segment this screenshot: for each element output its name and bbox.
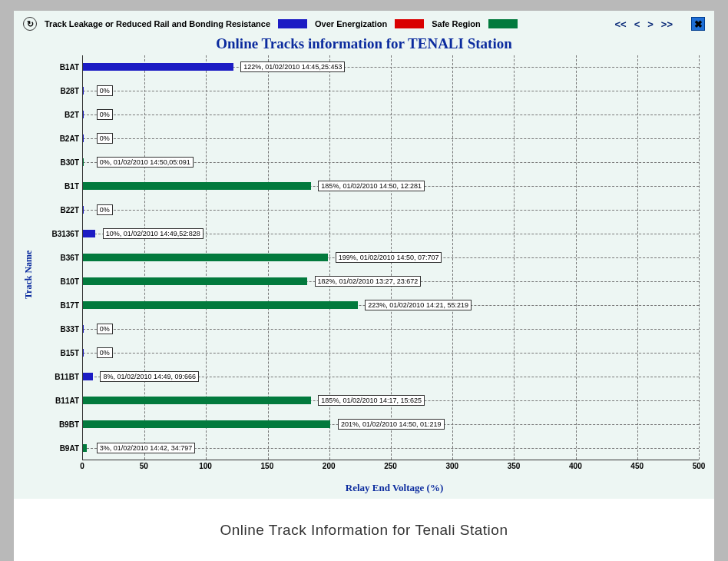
legend-over-label: Over Energization — [315, 19, 387, 28]
data-bar[interactable] — [83, 397, 311, 404]
data-label: 0% — [97, 85, 113, 96]
x-tick: 300 — [445, 462, 458, 470]
nav-last-button[interactable]: >> — [661, 18, 673, 30]
data-label: 0% — [97, 133, 113, 144]
refresh-icon[interactable]: ↻ — [23, 17, 37, 31]
data-bar[interactable] — [83, 373, 93, 380]
data-label: 0% — [97, 324, 113, 334]
chart-panel: ↻ Track Leakage or Reduced Rail and Bond… — [14, 11, 714, 499]
y-tick-label: B3136T — [37, 230, 79, 238]
data-bar[interactable] — [83, 420, 330, 428]
legend-leak-swatch — [278, 19, 307, 28]
plot-area: B1AT122%, 01/02/2010 14:45,25:453B28T0%B… — [82, 55, 706, 494]
x-tick: 250 — [384, 462, 397, 470]
y-tick-label: B9AT — [37, 443, 79, 452]
y-tick-label: B11AT — [37, 396, 79, 404]
x-tick: 400 — [569, 462, 582, 470]
y-tick-label: B22T — [37, 206, 79, 214]
nav-prev-button[interactable]: < — [634, 18, 640, 30]
data-bar[interactable] — [83, 325, 84, 333]
close-button[interactable]: ✖ — [691, 17, 705, 31]
data-label: 182%, 01/02/2010 13:27, 23:672 — [315, 276, 422, 287]
data-label: 201%, 01/02/2010 14:50, 01:219 — [338, 419, 445, 430]
y-tick-label: B2AT — [37, 134, 79, 143]
data-bar[interactable] — [83, 206, 84, 214]
y-tick-label: B2T — [37, 111, 79, 119]
row-gridline — [83, 91, 699, 92]
chart-title: Online Tracks information for TENALI Sta… — [22, 35, 706, 52]
y-tick-label: B10T — [37, 277, 79, 285]
figure-caption: Online Track Information for Tenali Stat… — [14, 499, 714, 561]
x-gridline — [699, 55, 700, 460]
x-tick: 450 — [630, 462, 644, 470]
data-label: 185%, 01/02/2010 14:50, 12:281 — [318, 181, 425, 191]
data-bar[interactable] — [83, 87, 84, 95]
data-bar[interactable] — [83, 349, 84, 357]
x-tick: 0 — [80, 462, 84, 470]
y-tick-label: B33T — [37, 324, 79, 333]
legend-safe-label: Safe Region — [432, 19, 481, 28]
data-bar[interactable] — [83, 254, 328, 261]
legend-safe-swatch — [488, 19, 518, 28]
data-label: 223%, 01/02/2010 14:21, 55:219 — [365, 300, 472, 310]
x-tick: 200 — [323, 462, 336, 470]
data-bar[interactable] — [83, 134, 84, 142]
x-tick: 50 — [140, 462, 148, 470]
toolbar: ↻ Track Leakage or Reduced Rail and Bond… — [22, 17, 706, 34]
data-bar[interactable] — [83, 277, 307, 285]
data-bar[interactable] — [83, 158, 84, 166]
data-label: 0% — [97, 347, 113, 358]
row-gridline — [83, 353, 699, 354]
y-tick-label: B15T — [37, 348, 79, 357]
y-tick-label: B28T — [37, 87, 79, 95]
data-label: 199%, 01/02/2010 14:50, 07:707 — [336, 252, 442, 263]
data-label: 0%, 01/02/2010 14:50,05:091 — [97, 157, 194, 168]
y-tick-label: B17T — [37, 300, 79, 309]
data-label: 0% — [97, 109, 113, 120]
nav-first-button[interactable]: << — [614, 18, 626, 30]
data-bar[interactable] — [83, 111, 84, 118]
x-tick: 500 — [693, 462, 706, 470]
data-label: 8%, 01/02/2010 14:49, 09:666 — [100, 371, 199, 382]
data-label: 122%, 01/02/2010 14:45,25:453 — [240, 61, 345, 72]
x-tick: 350 — [508, 462, 521, 470]
legend-over-swatch — [395, 19, 424, 28]
legend-leak-label: Track Leakage or Reduced Rail and Bondin… — [45, 19, 270, 28]
x-tick: 150 — [261, 462, 274, 470]
x-axis-ticks: 050100150200250300350400450500 — [82, 460, 699, 483]
data-bar[interactable] — [83, 230, 95, 237]
x-axis-label: Relay End Voltage (%) — [82, 482, 706, 494]
nav-next-button[interactable]: > — [647, 18, 654, 30]
data-bar[interactable] — [83, 444, 87, 452]
y-tick-label: B30T — [37, 158, 79, 167]
nav-buttons: << < > >> — [614, 18, 673, 30]
y-tick-label: B9BT — [37, 420, 79, 428]
row-gridline — [83, 210, 699, 211]
data-label: 10%, 01/02/2010 14:49,52:828 — [103, 228, 204, 239]
x-tick: 100 — [199, 462, 212, 470]
data-label: 185%, 01/02/2010 14:17, 15:625 — [318, 395, 425, 406]
y-tick-label: B1T — [37, 182, 79, 191]
y-tick-label: B1AT — [37, 63, 79, 71]
data-bar[interactable] — [83, 301, 358, 309]
app-frame: ↻ Track Leakage or Reduced Rail and Bond… — [0, 0, 728, 561]
chart-area: Track Name B1AT122%, 01/02/2010 14:45,25… — [22, 55, 706, 494]
y-tick-label: B11BT — [37, 372, 79, 380]
y-tick-label: B36T — [37, 254, 79, 262]
plot-grid: B1AT122%, 01/02/2010 14:45,25:453B28T0%B… — [82, 55, 699, 460]
data-label: 3%, 01/02/2010 14:42, 34:797 — [97, 443, 196, 453]
row-gridline — [83, 329, 699, 330]
data-bar[interactable] — [83, 182, 311, 190]
row-gridline — [83, 115, 699, 116]
row-gridline — [83, 138, 699, 140]
data-label: 0% — [97, 204, 113, 215]
y-axis-label: Track Name — [22, 55, 36, 494]
data-bar[interactable] — [83, 63, 233, 71]
